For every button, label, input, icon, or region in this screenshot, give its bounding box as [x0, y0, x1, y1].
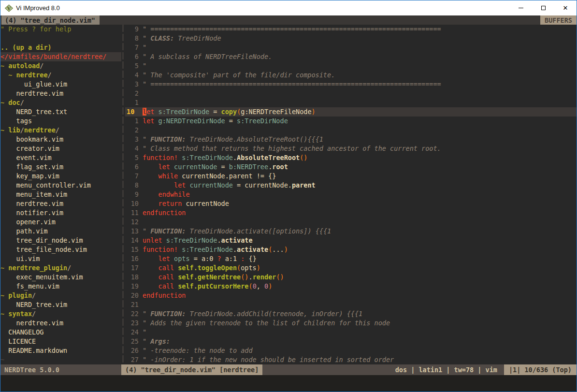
close-button[interactable]: ✕ [554, 0, 577, 15]
tree-item[interactable]: notifier.vim [0, 208, 121, 218]
line-number: 20 [125, 291, 139, 300]
tree-item[interactable]: ~ [0, 355, 121, 364]
code-line[interactable]: 13" FUNCTION: TreeDirNode.activate([opti… [125, 227, 577, 236]
tree-item[interactable]: ~ nerdtree/ [0, 71, 121, 80]
tree-item[interactable]: nerdtree.vim [0, 89, 121, 98]
code-line[interactable]: 18 call self.getNerdtree().render() [125, 273, 577, 282]
code-line[interactable]: 3" =====================================… [125, 80, 577, 89]
line-number: 24 [125, 328, 139, 337]
code-line[interactable]: 2 [125, 89, 577, 98]
code-line[interactable]: 10 return currentNode [125, 199, 577, 208]
tree-item[interactable]: README.markdown [0, 346, 121, 355]
line-number: 4 [125, 71, 139, 80]
tree-item[interactable]: ~ nerdtree_plugin/ [0, 263, 121, 273]
tree-item[interactable]: tree_dir_node.vim [0, 236, 121, 245]
statusbar: NERDTree 5.0.0 (4) "tree_dir_node.vim" [… [0, 364, 577, 375]
line-number: 6 [125, 162, 139, 172]
code-line[interactable]: 16 let opts = a:0 ? a:1 : {} [125, 254, 577, 263]
code-line[interactable]: 15function! s:TreeDirNode.activate(...) [125, 245, 577, 254]
tree-item[interactable]: .. (up a dir) [0, 43, 121, 52]
tree-item[interactable]: ~ lib/nerdtree/ [0, 126, 121, 135]
code-line[interactable]: 1 [125, 98, 577, 107]
code-line[interactable]: 8" CLASS: TreeDirNode [125, 34, 577, 43]
line-number: 7 [125, 172, 139, 181]
code-line[interactable]: 7 while currentNode.parent != {} [125, 172, 577, 181]
code-line[interactable]: 1let g:NERDTreeDirNode = s:TreeDirNode [125, 116, 577, 126]
maximize-button[interactable] [532, 0, 554, 15]
tree-item[interactable]: path.vim [0, 227, 121, 236]
tree-item[interactable]: ui_glue.vim [0, 80, 121, 89]
tree-item[interactable]: nerdtree.vim [0, 319, 121, 328]
code-line[interactable]: 6" A subclass of NERDTreeFileNode. [125, 52, 577, 61]
command-line[interactable] [0, 375, 577, 392]
tree-item[interactable]: ~ doc/ [0, 98, 121, 107]
code-line[interactable]: 22" FUNCTION: TreeDirNode.addChild(treen… [125, 309, 577, 319]
tree-item[interactable]: NERD_tree.txt [0, 107, 121, 116]
tree-item[interactable]: ~ syntax/ [0, 309, 121, 319]
tree-item[interactable]: event.vim [0, 153, 121, 162]
code-line[interactable]: 3" FUNCTION: TreeDirNode.AbsoluteTreeRoo… [125, 135, 577, 144]
window-separator[interactable] [121, 25, 125, 364]
line-number: 14 [125, 236, 139, 245]
code-line[interactable]: 27" -inOrder: 1 if the new node should b… [125, 355, 577, 364]
tree-item[interactable]: ~ autoload/ [0, 61, 121, 71]
code-line[interactable]: 8 let currentNode = currentNode.parent [125, 181, 577, 190]
code-line[interactable]: 6 let currentNode = b:NERDTree.root [125, 162, 577, 172]
line-number: 12 [125, 218, 139, 227]
code-line[interactable]: 21 [125, 300, 577, 309]
tree-item[interactable]: flag_set.vim [0, 162, 121, 172]
tree-item[interactable]: ui.vim [0, 254, 121, 263]
maximize-icon [541, 6, 546, 10]
code-line[interactable]: 12 [125, 218, 577, 227]
tree-item[interactable]: ~ plugin/ [0, 291, 121, 300]
code-line[interactable]: 2 [125, 126, 577, 135]
line-number: 23 [125, 319, 139, 328]
line-number: 9 [125, 190, 139, 199]
code-line[interactable]: 25" Args: [125, 337, 577, 346]
titlebar: V Vi IMproved 8.0 ✕ [0, 0, 577, 15]
tree-item[interactable]: nerdtree.vim [0, 199, 121, 208]
code-line[interactable]: 23" Adds the given treenode to the list … [125, 319, 577, 328]
tree-item[interactable]: tree_file_node.vim [0, 245, 121, 254]
tree-item[interactable]: fs_menu.vim [0, 282, 121, 291]
code-line[interactable]: 9 endwhile [125, 190, 577, 199]
code-line[interactable]: 24" [125, 328, 577, 337]
tree-item[interactable]: NERD_tree.vim [0, 300, 121, 309]
code-line[interactable]: 26" -treenode: the node to add [125, 346, 577, 355]
tree-item[interactable]: menu_item.vim [0, 190, 121, 199]
tree-item[interactable]: CHANGELOG [0, 328, 121, 337]
line-number: 17 [125, 263, 139, 273]
buffer-tab[interactable]: (4) "tree_dir_node.vim" [1, 15, 100, 25]
code-line[interactable]: 10let s:TreeDirNode = copy(g:NERDTreeFil… [125, 107, 577, 116]
code-line[interactable]: 20endfunction [125, 291, 577, 300]
minimize-button[interactable] [510, 0, 532, 15]
tree-item[interactable]: opener.vim [0, 218, 121, 227]
code-line[interactable]: 11endfunction [125, 208, 577, 218]
statusline-file-label: (4) "tree_dir_node.vim" [nerdtree] [121, 364, 262, 375]
tree-item[interactable]: tags [0, 116, 121, 126]
code-line[interactable]: 14unlet s:TreeDirNode.activate [125, 236, 577, 245]
main-area: " Press ? for help.. (up a dir)</vimfile… [0, 25, 577, 364]
line-number: 22 [125, 309, 139, 319]
tree-item[interactable]: LICENCE [0, 337, 121, 346]
code-line[interactable]: 5function! s:TreeDirNode.AbsoluteTreeRoo… [125, 153, 577, 162]
code-line[interactable]: 4" The 'composite' part of the file/dir … [125, 71, 577, 80]
tree-item[interactable]: exec_menuitem.vim [0, 273, 121, 282]
tree-item[interactable]: key_map.vim [0, 172, 121, 181]
tree-item[interactable]: " Press ? for help [0, 25, 121, 34]
code-line[interactable]: 7" [125, 43, 577, 52]
tree-item[interactable]: menu_controller.vim [0, 181, 121, 190]
tree-item[interactable] [0, 34, 121, 43]
nerdtree-panel[interactable]: " Press ? for help.. (up a dir)</vimfile… [0, 25, 121, 364]
code-line[interactable]: 9" =====================================… [125, 25, 577, 34]
tree-item[interactable]: creator.vim [0, 144, 121, 153]
tree-item[interactable]: bookmark.vim [0, 135, 121, 144]
code-line[interactable]: 19 call self.putCursorHere(0, 0) [125, 282, 577, 291]
code-line[interactable]: 17 call self.toggleOpen(opts) [125, 263, 577, 273]
code-line[interactable]: 5" [125, 61, 577, 71]
editor-panel[interactable]: 9" =====================================… [125, 25, 577, 364]
line-number: 15 [125, 245, 139, 254]
line-number: 10 [125, 107, 141, 116]
code-line[interactable]: 4" Class method that returns the highest… [125, 144, 577, 153]
tree-item[interactable]: </vimfiles/bundle/nerdtree/ [0, 52, 121, 61]
